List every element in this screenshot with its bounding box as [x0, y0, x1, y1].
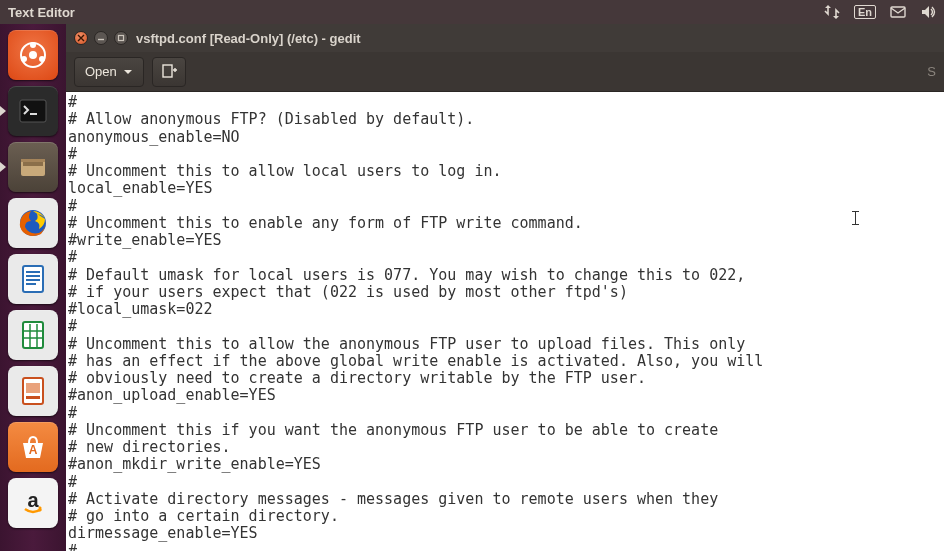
open-button[interactable]: Open	[74, 57, 144, 87]
svg-rect-9	[23, 162, 43, 166]
svg-rect-28	[119, 36, 124, 41]
editor-textarea[interactable]: # # Allow anonymous FTP? (Disabled by de…	[66, 92, 944, 551]
new-document-icon	[160, 63, 178, 81]
gedit-window: vsftpd.conf [Read-Only] (/etc) - gedit O…	[66, 24, 944, 551]
svg-rect-16	[26, 283, 36, 285]
launcher-writer[interactable]	[8, 254, 58, 304]
svg-rect-10	[21, 159, 45, 162]
save-button-partial[interactable]: S	[927, 64, 936, 79]
app-title: Text Editor	[8, 5, 824, 20]
svg-point-4	[21, 56, 27, 62]
chevron-down-icon	[123, 67, 133, 77]
svg-rect-13	[26, 271, 40, 273]
sound-icon[interactable]	[920, 4, 936, 20]
gedit-toolbar: Open S	[66, 52, 944, 92]
running-indicator-icon	[0, 162, 6, 172]
keyboard-indicator[interactable]: En	[854, 5, 876, 19]
text-cursor-icon	[852, 210, 859, 226]
svg-point-5	[29, 51, 37, 59]
launcher-files[interactable]	[8, 142, 58, 192]
unity-launcher: A a	[0, 24, 66, 551]
mail-icon[interactable]	[890, 4, 906, 20]
svg-rect-17	[23, 322, 43, 348]
launcher-software[interactable]: A	[8, 422, 58, 472]
svg-rect-0	[891, 7, 905, 17]
launcher-impress[interactable]	[8, 366, 58, 416]
svg-point-3	[39, 56, 45, 62]
indicator-area: En	[824, 4, 936, 20]
svg-rect-6	[20, 100, 46, 122]
running-indicator-icon	[0, 106, 6, 116]
window-close-button[interactable]	[74, 31, 88, 45]
editor-content: # # Allow anonymous FTP? (Disabled by de…	[68, 93, 763, 551]
menu-bar: Text Editor En	[0, 0, 944, 24]
new-tab-button[interactable]	[152, 57, 186, 87]
window-title: vsftpd.conf [Read-Only] (/etc) - gedit	[136, 31, 361, 46]
svg-text:A: A	[29, 443, 38, 457]
window-titlebar[interactable]: vsftpd.conf [Read-Only] (/etc) - gedit	[66, 24, 944, 52]
svg-rect-24	[26, 396, 40, 399]
svg-rect-15	[26, 279, 40, 281]
network-icon[interactable]	[824, 4, 840, 20]
open-button-label: Open	[85, 64, 117, 79]
launcher-terminal[interactable]	[8, 86, 58, 136]
window-maximize-button[interactable]	[114, 31, 128, 45]
launcher-amazon[interactable]: a	[8, 478, 58, 528]
svg-rect-23	[26, 383, 40, 393]
launcher-calc[interactable]	[8, 310, 58, 360]
svg-point-2	[30, 42, 36, 48]
svg-rect-29	[163, 65, 172, 77]
window-minimize-button[interactable]	[94, 31, 108, 45]
svg-rect-14	[26, 275, 40, 277]
svg-text:a: a	[27, 489, 39, 511]
launcher-firefox[interactable]	[8, 198, 58, 248]
window-controls	[74, 31, 128, 45]
launcher-dash[interactable]	[8, 30, 58, 80]
